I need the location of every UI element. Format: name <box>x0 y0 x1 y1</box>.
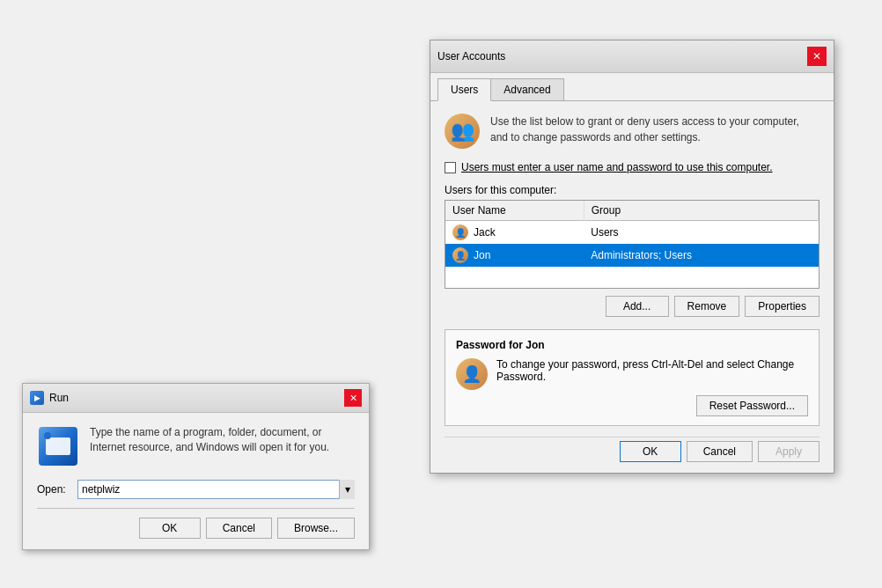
ua-password-text-block: To change your password, press Ctrl-Alt-… <box>496 358 808 416</box>
properties-button[interactable]: Properties <box>745 296 820 317</box>
ua-titlebar: User Accounts ✕ <box>430 40 834 73</box>
ua-password-section: Password for Jon 👤 To change your passwo… <box>445 329 820 426</box>
run-dialog: ▶ Run ✕ Type the name of a program, fold… <box>22 383 370 550</box>
ua-cancel-button[interactable]: Cancel <box>687 441 753 462</box>
username-jon: Jon <box>474 249 490 261</box>
ua-title-text: User Accounts <box>437 50 505 62</box>
table-empty-row <box>445 267 819 288</box>
run-cancel-button[interactable]: Cancel <box>206 518 272 539</box>
ua-users-table: User Name Group 👤 Jack Users <box>445 201 819 288</box>
run-program-icon <box>39 427 77 466</box>
run-input-wrap: ▾ <box>77 480 355 499</box>
ua-footer: OK Cancel Apply <box>445 437 820 462</box>
username-jack: Jack <box>474 226 496 239</box>
ua-ok-button[interactable]: OK <box>620 441 681 462</box>
run-title-text: Run <box>49 392 69 404</box>
users-section-label: Users for this computer: <box>445 184 820 196</box>
run-body: Type the name of a program, folder, docu… <box>23 413 369 549</box>
col-header-username: User Name <box>445 201 584 221</box>
user-icon-jon: 👤 <box>452 247 468 263</box>
ua-password-icon: 👤 <box>456 358 488 390</box>
ua-table-container: User Name Group 👤 Jack Users <box>445 200 820 289</box>
user-icon-jack: 👤 <box>452 224 468 240</box>
tab-advanced[interactable]: Advanced <box>490 78 563 100</box>
run-icon-box <box>37 425 79 467</box>
ua-password-text-line1: To change your password, press Ctrl-Alt-… <box>496 358 794 371</box>
run-description-text: Type the name of a program, folder, docu… <box>90 425 355 455</box>
users-icon <box>445 114 480 149</box>
tab-users[interactable]: Users <box>437 78 491 101</box>
run-buttons: OK Cancel Browse... <box>37 518 355 539</box>
user-accounts-dialog: User Accounts ✕ Users Advanced Use the l… <box>430 40 834 474</box>
ua-tabs: Users Advanced <box>430 73 834 101</box>
run-app-icon: ▶ <box>30 391 44 405</box>
run-open-input[interactable] <box>77 480 355 499</box>
col-header-group: Group <box>584 201 818 221</box>
ua-body: Use the list below to grant or deny user… <box>430 101 834 473</box>
run-divider <box>37 508 355 509</box>
ua-header-line1: Use the list below to grant or deny user… <box>490 115 799 128</box>
table-row[interactable]: 👤 Jack Users <box>445 221 819 245</box>
ua-header-icon <box>445 114 480 149</box>
run-close-button[interactable]: ✕ <box>344 389 362 407</box>
ua-checkbox-label[interactable]: Users must enter a user name and passwor… <box>461 161 773 173</box>
run-open-row: Open: ▾ <box>37 480 355 499</box>
ua-close-button[interactable]: ✕ <box>807 47 827 66</box>
run-content: Type the name of a program, folder, docu… <box>37 425 355 467</box>
run-titlebar: ▶ Run ✕ <box>23 384 369 413</box>
ua-password-text-line2: Password. <box>496 371 546 383</box>
run-dropdown-arrow[interactable]: ▾ <box>339 480 355 499</box>
remove-button[interactable]: Remove <box>674 296 740 317</box>
ua-apply-button[interactable]: Apply <box>758 441 820 462</box>
run-browse-button[interactable]: Browse... <box>277 518 355 539</box>
users-must-enter-checkbox[interactable] <box>445 162 456 173</box>
user-cell-jack: 👤 Jack <box>452 224 577 240</box>
user-cell-jon: 👤 Jon <box>452 247 577 263</box>
run-titlebar-left: ▶ Run <box>30 391 69 405</box>
ua-action-buttons: Add... Remove Properties <box>445 296 820 317</box>
ua-header-line2: and to change passwords and other settin… <box>490 131 701 143</box>
ua-checkbox-row: Users must enter a user name and passwor… <box>445 161 820 173</box>
group-jack: Users <box>584 221 818 245</box>
ua-header-text: Use the list below to grant or deny user… <box>490 114 799 145</box>
run-open-label: Open: <box>37 483 70 496</box>
reset-password-button[interactable]: Reset Password... <box>696 395 808 416</box>
ua-password-title: Password for Jon <box>456 339 808 351</box>
run-ok-button[interactable]: OK <box>139 518 201 539</box>
table-row[interactable]: 👤 Jon Administrators; Users <box>445 244 819 267</box>
ua-password-content: 👤 To change your password, press Ctrl-Al… <box>456 358 808 416</box>
ua-header-section: Use the list below to grant or deny user… <box>445 114 820 149</box>
add-button[interactable]: Add... <box>606 296 669 317</box>
group-jon: Administrators; Users <box>584 244 818 267</box>
